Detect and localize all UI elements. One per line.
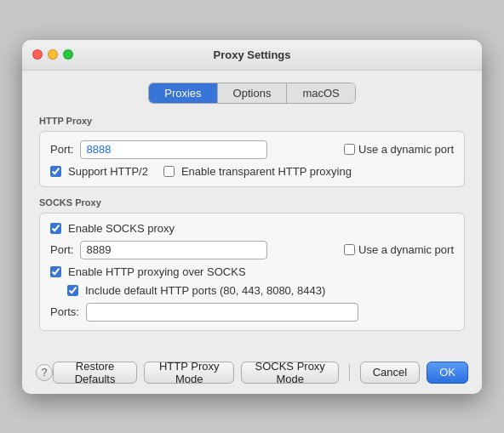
socks-dynamic-port-label: Use a dynamic port [358,243,454,256]
window-body: Proxies Options macOS HTTP Proxy Port: U… [22,71,482,355]
titlebar: Proxy Settings [22,40,482,71]
help-button[interactable]: ? [36,364,53,381]
tab-bar: Proxies Options macOS [39,83,465,104]
maximize-button[interactable] [63,49,73,60]
tab-options[interactable]: Options [218,83,288,103]
socks-proxy-box: Enable SOCKS proxy Port: Use a dynamic p… [39,213,465,331]
http-proxy-mode-button[interactable]: HTTP Proxy Mode [144,362,234,384]
socks-dynamic-port-checkbox[interactable] [344,244,355,255]
proxy-settings-window: Proxy Settings Proxies Options macOS HTT… [22,40,482,394]
transparent-proxy-label: Enable transparent HTTP proxying [181,165,352,178]
divider [349,364,350,381]
http-over-socks-label: Enable HTTP proxying over SOCKS [68,265,246,278]
tab-group: Proxies Options macOS [148,83,356,104]
http-proxy-label: HTTP Proxy [39,116,465,126]
socks-ports-input[interactable] [86,303,358,322]
socks-port-label: Port: [50,243,73,256]
socks-port-left: Port: [50,241,267,259]
socks-proxy-mode-button[interactable]: SOCKS Proxy Mode [241,362,339,384]
cancel-button[interactable]: Cancel [360,362,420,384]
http-port-label: Port: [50,143,73,156]
enable-socks-label: Enable SOCKS proxy [68,222,175,235]
enable-socks-row: Enable SOCKS proxy [50,222,454,235]
transparent-proxy-checkbox[interactable] [163,166,175,177]
close-button[interactable] [32,49,43,60]
http-port-row: Port: Use a dynamic port [50,140,454,159]
tab-macos[interactable]: macOS [287,83,354,103]
socks-port-input[interactable] [80,241,267,259]
include-ports-label: Include default HTTP ports (80, 443, 808… [85,284,325,297]
http-dynamic-port-checkbox[interactable] [344,144,355,155]
minimize-button[interactable] [48,49,58,60]
socks-dynamic-port-row: Use a dynamic port [344,243,454,256]
bottom-bar: ? Restore Defaults HTTP Proxy Mode SOCKS… [22,355,482,394]
include-ports-checkbox[interactable] [67,285,78,296]
footer-actions: Restore Defaults HTTP Proxy Mode SOCKS P… [53,362,468,384]
http-proxy-box: Port: Use a dynamic port Support HTTP/2 … [39,131,465,187]
http-options-row: Support HTTP/2 Enable transparent HTTP p… [50,165,454,178]
include-ports-row: Include default HTTP ports (80, 443, 808… [50,284,454,297]
ok-button[interactable]: OK [427,362,468,384]
http-over-socks-checkbox[interactable] [50,266,61,277]
ports-input-row: Ports: [50,303,454,322]
support-http2-checkbox[interactable] [50,166,61,177]
http-dynamic-port-row: Use a dynamic port [344,143,454,156]
http-port-left: Port: [50,140,267,159]
support-http2-label: Support HTTP/2 [68,165,148,178]
restore-defaults-button[interactable]: Restore Defaults [53,362,137,384]
footer-left: ? [36,364,53,381]
ports-input-label: Ports: [50,305,79,318]
socks-proxy-label: SOCKS Proxy [39,197,465,208]
http-over-socks-row: Enable HTTP proxying over SOCKS [50,265,454,278]
window-controls [32,49,73,60]
tab-proxies[interactable]: Proxies [149,83,217,103]
http-port-input[interactable] [80,140,267,159]
socks-proxy-section: SOCKS Proxy Enable SOCKS proxy Port: Use… [39,197,465,331]
socks-port-row: Port: Use a dynamic port [50,241,454,259]
window-title: Proxy Settings [213,48,290,61]
http-dynamic-port-label: Use a dynamic port [358,143,454,156]
http-proxy-section: HTTP Proxy Port: Use a dynamic port [39,116,465,187]
enable-socks-checkbox[interactable] [50,223,61,234]
